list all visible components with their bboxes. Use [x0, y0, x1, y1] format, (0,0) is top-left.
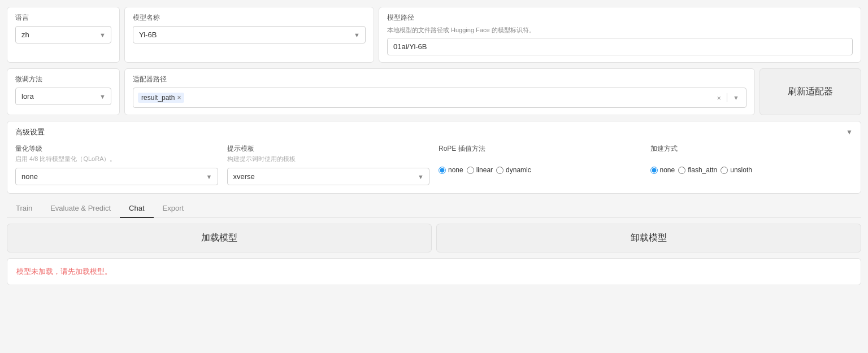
acceleration-radio-group: none flash_attn unsloth — [650, 166, 853, 174]
quantization-select[interactable]: none 8bit 4bit — [15, 168, 218, 185]
adapter-tag-text: result_path — [141, 94, 175, 102]
model-name-select[interactable]: Yi-6B Yi-34B — [133, 26, 366, 43]
acceleration-sublabel — [650, 155, 853, 162]
tag-divider — [727, 93, 727, 102]
rope-section: RoPE 插值方法 none linear dyn — [439, 144, 641, 185]
acceleration-radio-none[interactable] — [650, 167, 658, 174]
advanced-settings-row: 高级设置 ▼ 量化等级 启用 4/8 比特模型量化（QLoRA）。 none 8… — [7, 121, 861, 194]
advanced-settings-title: 高级设置 — [15, 127, 45, 137]
model-path-input[interactable] — [387, 38, 853, 55]
language-card: 语言 zh en ▼ — [7, 7, 120, 63]
advanced-settings-header: 高级设置 ▼ — [15, 127, 853, 137]
rope-radio-linear[interactable] — [467, 167, 474, 174]
status-card: 模型未加载，请先加载模型。 — [7, 258, 861, 285]
rope-sublabel — [439, 155, 641, 162]
finetuning-select[interactable]: lora full — [15, 88, 111, 105]
tab-train[interactable]: Train — [7, 199, 41, 218]
acceleration-radio-unsloth[interactable] — [721, 167, 728, 174]
acceleration-radio-flash-attn-label: flash_attn — [688, 166, 717, 174]
quantization-sublabel: 启用 4/8 比特模型量化（QLoRA）。 — [15, 155, 218, 163]
advanced-settings-card: 高级设置 ▼ 量化等级 启用 4/8 比特模型量化（QLoRA）。 none 8… — [7, 121, 861, 194]
rope-radio-dynamic-label: dynamic — [506, 166, 531, 174]
tag-clear-button[interactable]: × — [715, 94, 724, 102]
finetuning-label: 微调方法 — [15, 75, 111, 84]
tab-export[interactable]: Export — [154, 199, 193, 218]
advanced-settings-collapse-icon[interactable]: ▼ — [846, 128, 853, 136]
language-select[interactable]: zh en — [15, 26, 111, 43]
template-sublabel: 构建提示词时使用的模板 — [227, 155, 430, 163]
rope-radio-none[interactable] — [439, 167, 446, 174]
adapter-tag-close-icon[interactable]: × — [177, 94, 181, 102]
quantization-select-wrapper: none 8bit 4bit ▼ — [15, 168, 218, 185]
rope-radio-linear-label: linear — [476, 166, 493, 174]
template-select-wrapper: xverse alpaca llama2 ▼ — [227, 168, 430, 185]
adapter-path-tag: result_path × — [138, 93, 184, 103]
acceleration-section: 加速方式 none flash_attn unsl — [650, 144, 853, 185]
language-select-wrapper: zh en ▼ — [15, 26, 111, 43]
row1-container: 语言 zh en ▼ 模型名称 Yi-6B Yi-34B ▼ 模型路径 — [7, 7, 861, 63]
finetuning-select-wrapper: lora full ▼ — [15, 88, 111, 105]
tag-dropdown-button[interactable]: ▼ — [731, 94, 741, 101]
finetuning-card: 微调方法 lora full ▼ — [7, 68, 120, 115]
rope-radio-group: none linear dynamic — [439, 166, 641, 174]
row2-container: 微调方法 lora full ▼ 适配器路径 result_path × × — [7, 68, 861, 115]
adapter-path-input-wrapper[interactable]: result_path × × ▼ — [133, 88, 747, 108]
model-name-card: 模型名称 Yi-6B Yi-34B ▼ — [124, 7, 374, 63]
advanced-settings-content: 量化等级 启用 4/8 比特模型量化（QLoRA）。 none 8bit 4bi… — [15, 144, 853, 185]
acceleration-option-none[interactable]: none — [650, 166, 675, 174]
rope-label: RoPE 插值方法 — [439, 144, 641, 154]
adapter-path-label: 适配器路径 — [133, 75, 747, 84]
rope-option-linear[interactable]: linear — [467, 166, 493, 174]
model-name-label: 模型名称 — [133, 13, 366, 23]
model-name-select-wrapper: Yi-6B Yi-34B ▼ — [133, 26, 366, 43]
action-buttons-row: 加载模型 卸载模型 — [7, 224, 861, 252]
rope-radio-dynamic[interactable] — [496, 167, 504, 174]
model-path-card: 模型路径 本地模型的文件路径或 Hugging Face 的模型标识符。 — [379, 7, 861, 63]
acceleration-radio-flash-attn[interactable] — [678, 167, 685, 174]
unload-model-button[interactable]: 卸载模型 — [436, 224, 861, 252]
template-select[interactable]: xverse alpaca llama2 — [227, 168, 430, 185]
rope-radio-none-label: none — [448, 166, 463, 174]
refresh-adapter-button[interactable]: 刷新适配器 — [760, 68, 861, 115]
quantization-section: 量化等级 启用 4/8 比特模型量化（QLoRA）。 none 8bit 4bi… — [15, 144, 218, 185]
quantization-label: 量化等级 — [15, 144, 218, 154]
status-message: 模型未加载，请先加载模型。 — [16, 267, 112, 276]
model-path-label: 模型路径 — [387, 13, 853, 23]
acceleration-radio-none-label: none — [660, 166, 675, 174]
rope-option-dynamic[interactable]: dynamic — [496, 166, 531, 174]
acceleration-radio-unsloth-label: unsloth — [730, 166, 752, 174]
acceleration-label: 加速方式 — [650, 144, 853, 154]
tab-evaluate-predict[interactable]: Evaluate & Predict — [41, 199, 120, 218]
acceleration-option-flash-attn[interactable]: flash_attn — [678, 166, 717, 174]
template-section: 提示模板 构建提示词时使用的模板 xverse alpaca llama2 ▼ — [227, 144, 430, 185]
language-label: 语言 — [15, 13, 111, 23]
model-path-sublabel: 本地模型的文件路径或 Hugging Face 的模型标识符。 — [387, 26, 853, 34]
acceleration-option-unsloth[interactable]: unsloth — [721, 166, 752, 174]
tabs-container: Train Evaluate & Predict Chat Export — [7, 199, 861, 218]
load-model-button[interactable]: 加载模型 — [7, 224, 432, 252]
tab-chat[interactable]: Chat — [120, 199, 153, 218]
adapter-path-card: 适配器路径 result_path × × ▼ — [124, 68, 755, 115]
main-page: 语言 zh en ▼ 模型名称 Yi-6B Yi-34B ▼ 模型路径 — [0, 0, 868, 353]
template-label: 提示模板 — [227, 144, 430, 154]
rope-option-none[interactable]: none — [439, 166, 463, 174]
